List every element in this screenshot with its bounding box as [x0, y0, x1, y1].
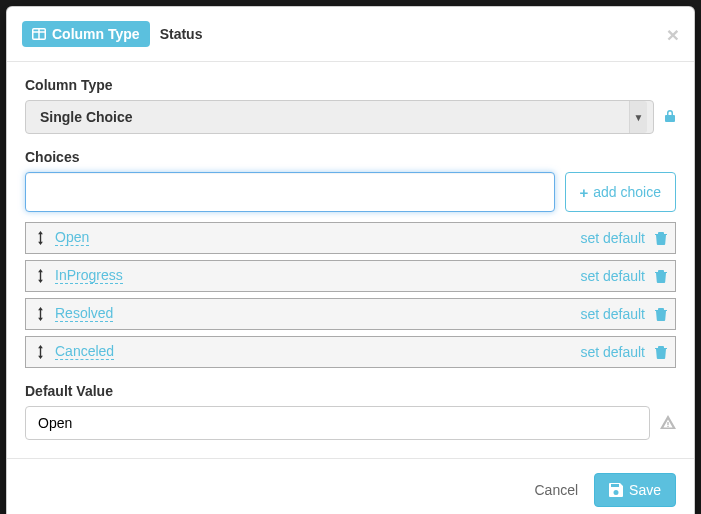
column-type-select[interactable]: Single Choice ▼: [25, 100, 654, 134]
column-type-value: Single Choice: [40, 109, 133, 125]
drag-handle-icon[interactable]: [36, 231, 45, 245]
svg-rect-5: [40, 310, 41, 318]
save-icon: [609, 483, 623, 497]
plus-icon: +: [580, 185, 589, 200]
drag-handle-icon[interactable]: [36, 269, 45, 283]
modal-header: Column Type Status ×: [7, 7, 694, 62]
choice-name[interactable]: InProgress: [55, 268, 123, 284]
trash-icon[interactable]: [655, 270, 667, 283]
choice-item: Openset default: [25, 222, 676, 254]
default-value-label: Default Value: [25, 383, 676, 399]
choices-label: Choices: [25, 149, 676, 165]
add-choice-button[interactable]: + add choice: [565, 172, 676, 212]
warning-icon: [660, 415, 676, 432]
svg-rect-4: [40, 272, 41, 280]
drag-handle-icon[interactable]: [36, 345, 45, 359]
svg-rect-6: [40, 348, 41, 356]
chip-label: Column Type: [52, 26, 140, 42]
modal-body: Column Type Single Choice ▼ Choices + ad…: [7, 62, 694, 459]
column-type-chip: Column Type: [22, 21, 150, 47]
trash-icon[interactable]: [655, 308, 667, 321]
column-type-modal: Column Type Status × Column Type Single …: [6, 6, 695, 514]
choice-name[interactable]: Open: [55, 230, 89, 246]
new-choice-input[interactable]: [25, 172, 555, 212]
add-choice-label: add choice: [593, 184, 661, 200]
lock-icon[interactable]: [664, 109, 676, 126]
set-default-button[interactable]: set default: [580, 230, 645, 246]
choice-item: InProgressset default: [25, 260, 676, 292]
choice-list: Openset defaultInProgressset defaultReso…: [25, 222, 676, 368]
columns-icon: [32, 28, 46, 40]
save-button[interactable]: Save: [594, 473, 676, 507]
modal-footer: Cancel Save: [7, 459, 694, 514]
chevron-down-icon: ▼: [629, 101, 647, 133]
cancel-button[interactable]: Cancel: [534, 482, 578, 498]
default-value-input[interactable]: [25, 406, 650, 440]
set-default-button[interactable]: set default: [580, 344, 645, 360]
close-icon[interactable]: ×: [667, 24, 679, 45]
column-name: Status: [160, 26, 203, 42]
svg-rect-3: [40, 234, 41, 242]
save-label: Save: [629, 482, 661, 498]
trash-icon[interactable]: [655, 232, 667, 245]
choice-item: Canceledset default: [25, 336, 676, 368]
choice-name[interactable]: Canceled: [55, 344, 114, 360]
trash-icon[interactable]: [655, 346, 667, 359]
choice-item: Resolvedset default: [25, 298, 676, 330]
choice-name[interactable]: Resolved: [55, 306, 113, 322]
drag-handle-icon[interactable]: [36, 307, 45, 321]
set-default-button[interactable]: set default: [580, 306, 645, 322]
set-default-button[interactable]: set default: [580, 268, 645, 284]
column-type-label: Column Type: [25, 77, 676, 93]
